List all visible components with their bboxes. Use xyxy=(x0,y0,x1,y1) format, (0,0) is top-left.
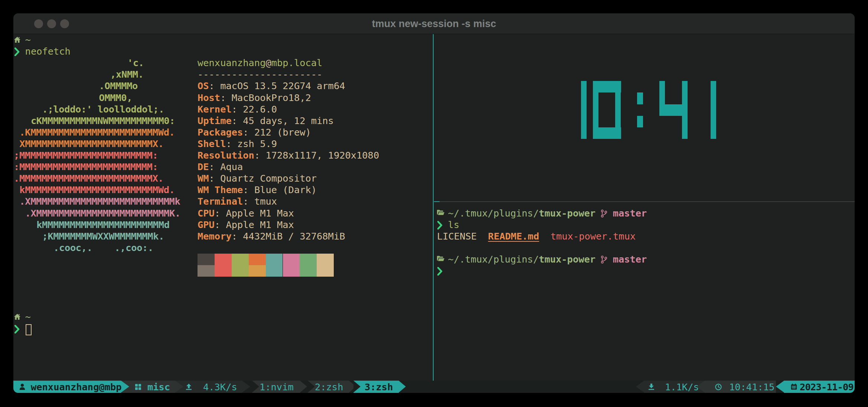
powerline-arrow xyxy=(353,381,360,393)
git-prompt-line: ~/.tmux/plugins/tmux-power master xyxy=(448,208,647,219)
neofetch-host: mbp.local xyxy=(271,57,323,68)
status-session-name[interactable]: misc xyxy=(147,381,170,393)
info-value: tmux xyxy=(254,196,277,207)
neofetch-info-row: Terminal: tmux xyxy=(198,196,277,207)
palette-swatch xyxy=(215,254,232,265)
clock-digit-cell xyxy=(581,92,587,104)
clock-digit-cell xyxy=(615,104,621,116)
info-colon: : xyxy=(220,92,232,103)
cwd-path: ~ xyxy=(25,34,31,46)
powerline-arrow-left xyxy=(636,381,644,393)
ascii-logo-line: :MMMMMMMMMMMMMMMMMMMMMMMM: xyxy=(14,161,158,173)
info-label: CPU xyxy=(198,208,215,219)
info-colon: : xyxy=(226,138,237,149)
git-path: ~/.tmux/plugins/ xyxy=(448,208,539,219)
ascii-logo-line: .MMMMMMMMMMMMMMMMMMMMMMMMX. xyxy=(14,173,163,184)
palette-swatch xyxy=(317,265,334,277)
info-label: WM Theme xyxy=(198,184,243,195)
clock-digit-cell xyxy=(593,127,621,139)
git-branch: master xyxy=(613,208,647,219)
user-icon xyxy=(19,384,25,390)
info-colon: : xyxy=(232,115,243,126)
clock-digit-cell xyxy=(581,127,587,139)
pane-divider-horizontal[interactable] xyxy=(434,201,855,202)
ascii-logo-line: ,xNMM. xyxy=(110,69,144,80)
info-colon: : xyxy=(243,196,254,207)
window-tab-label-3[interactable]: 3:zsh xyxy=(365,381,393,393)
ascii-logo-line: ;KMMMMMMMWXXWMMMMMMMk. xyxy=(42,231,164,242)
powerline-arrow xyxy=(252,381,259,393)
window-tab-label-1[interactable]: 1:nvim xyxy=(260,381,294,393)
info-label: Memory xyxy=(198,231,232,242)
info-colon: : xyxy=(232,104,243,115)
info-value: Apple M1 Max xyxy=(226,219,294,230)
pane-divider-vertical[interactable] xyxy=(433,34,434,381)
ascii-logo-line: .cooc,. .,coo:. xyxy=(53,242,153,254)
clock-digit-cell xyxy=(682,92,688,104)
powerline-arrow xyxy=(399,381,406,393)
ascii-logo-line: OMMM0, xyxy=(99,92,133,104)
folder-icon xyxy=(437,255,444,261)
neofetch-userhost: wenxuanzhang@mbp.local xyxy=(198,57,322,69)
ascii-logo-line: .XMMMMMMMMMMMMMMMMMMMMMMMMMMk xyxy=(19,196,180,207)
clock-digit-cell xyxy=(711,104,716,116)
info-label: DE xyxy=(198,161,209,172)
window-tab-label-2[interactable]: 2:zsh xyxy=(315,381,343,393)
info-value: macOS 13.5 22G74 arm64 xyxy=(220,80,345,91)
neofetch-info-row: Memory: 4432MiB / 32768MiB xyxy=(198,231,345,242)
clock-digit-cell xyxy=(682,127,688,139)
prompt-chevron-icon xyxy=(14,325,20,333)
info-colon: : xyxy=(243,127,254,138)
info-label: GPU xyxy=(198,219,215,230)
neofetch-info-row: WM Theme: Blue (Dark) xyxy=(198,184,317,196)
palette-swatch xyxy=(249,265,266,277)
ascii-logo-line: .OMMMMo xyxy=(99,80,138,92)
neofetch-at: @ xyxy=(265,57,271,68)
status-user-host: wenxuanzhang@mbp xyxy=(31,381,122,393)
powerline-arrow xyxy=(242,381,250,393)
terminal-window: tmux new-session -s misc ~ neofetch 'c. … xyxy=(13,13,855,393)
info-value: Aqua xyxy=(220,161,243,172)
clock-digit-cell xyxy=(637,116,643,127)
ascii-logo-line: .;loddo:' loolloddol;. xyxy=(42,104,164,115)
palette-swatch xyxy=(266,265,283,277)
git-branch: master xyxy=(613,254,647,265)
clock-digit-cell xyxy=(593,104,598,116)
clock-digit-cell xyxy=(581,81,587,92)
clock-digit-cell xyxy=(581,116,587,127)
info-value: 1728x1117, 1920x1080 xyxy=(265,150,379,161)
palette-swatch xyxy=(198,254,215,265)
clock-digit-cell xyxy=(659,104,688,116)
info-colon: : xyxy=(215,208,226,219)
neofetch-info-row: Kernel: 22.6.0 xyxy=(198,104,277,115)
powerline-arrow-left xyxy=(776,381,784,393)
palette-swatch xyxy=(198,265,215,277)
powerline-arrow xyxy=(175,381,183,393)
clock-icon xyxy=(715,384,722,390)
info-colon: : xyxy=(209,173,221,184)
clock-digit-cell xyxy=(615,92,621,104)
file-readme: README.md xyxy=(488,231,539,242)
git-path: ~/.tmux/plugins/ xyxy=(448,254,539,265)
prompt-chevron-icon xyxy=(437,221,443,229)
info-value: zsh 5.9 xyxy=(237,138,277,149)
ascii-logo-line: ;MMMMMMMMMMMMMMMMMMMMMMMM: xyxy=(14,150,158,161)
info-label: Uptime xyxy=(198,115,232,126)
prompt-chevron-icon xyxy=(14,48,20,56)
ascii-logo-line: kMMMMMMMMMMMMMMMMMMMMMMd xyxy=(36,219,169,231)
info-value: 45 days, 12 mins xyxy=(243,115,334,126)
ls-output: LICENSE README.md tmux-power.tmux xyxy=(437,231,636,242)
ascii-logo-line: 'c. xyxy=(127,57,144,69)
palette-swatch xyxy=(317,254,334,265)
status-time: 10:41:15 xyxy=(729,381,774,393)
titlebar: tmux new-session -s misc xyxy=(13,13,855,34)
palette-swatch xyxy=(249,254,266,265)
terminal-content: ~ neofetch 'c. ,xNMM. .OMMMMo OMMM0, .;l… xyxy=(13,34,855,381)
palette-swatch xyxy=(215,265,232,277)
palette-swatch xyxy=(266,254,283,265)
info-value: MacBookPro18,2 xyxy=(232,92,311,103)
info-label: OS xyxy=(198,80,209,91)
clock-digit-cell xyxy=(711,81,716,92)
upload-icon xyxy=(186,384,192,390)
prompt-chevron-icon xyxy=(437,267,443,276)
